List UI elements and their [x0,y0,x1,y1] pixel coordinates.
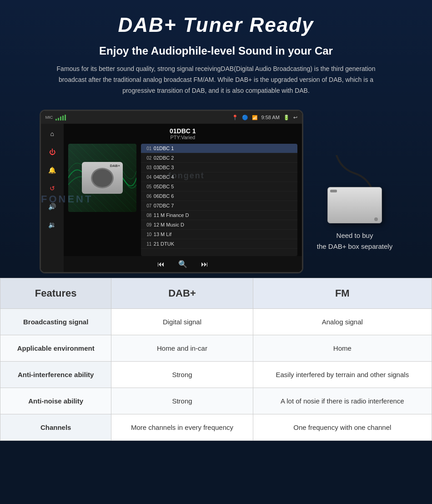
fm-cell: One frequency with one channel [253,414,432,441]
table-row: Channels More channels in every frequenc… [0,414,432,441]
sub-title: Enjoy the Audiophile-level Sound in your… [27,45,405,57]
channel-item[interactable]: 0811 M Finance D [141,211,297,220]
signal-bar-1 [55,119,57,121]
channel-num: 09 [145,222,154,227]
status-bar-right: 📍 🔵 📶 9:58 AM 🔋 ↩ [232,115,297,121]
status-bar-left: MIC [45,114,66,121]
channel-num: 06 [145,194,154,199]
screen-controls: ⏮ 🔍 ⏭ [64,256,302,272]
buy-note-line1: Need to buy [317,230,392,241]
signal-bar-4 [62,116,64,121]
dab-header: DAB+ [111,278,253,309]
channel-num: 04 [145,175,154,180]
signal-bar-3 [60,116,61,121]
search-button[interactable]: 🔍 [178,260,187,268]
battery-icon: 🔋 [283,115,290,121]
channel-item[interactable]: 0202DBC 2 [141,153,297,163]
channel-name: 11 M Finance D [154,212,189,218]
channel-num: 01 [145,146,154,151]
channel-name: 12 M Music D [154,222,184,227]
comparison-table: Features DAB+ FM Broadcasting signal Dig… [0,278,432,441]
channel-item[interactable]: 0101DBC 1 [141,144,297,153]
status-bar: MIC 📍 🔵 📶 9:58 AM [41,111,302,124]
power-icon[interactable]: ⏻ [46,146,59,158]
channel-item[interactable]: 0707DBC 7 [141,201,297,211]
channel-num: 02 [145,156,154,161]
now-playing: 01DBC 1 PTY:Varied [64,124,302,144]
station-name: 01DBC 1 [69,127,296,135]
cable-svg [327,155,382,192]
fm-header: FM [253,278,432,309]
features-header: Features [0,278,111,309]
channel-num: 07 [145,203,154,208]
fm-cell: Analog signal [253,309,432,335]
bell-icon[interactable]: 🔔 [46,164,59,176]
feature-cell: Applicable environment [0,335,111,362]
dab-cell: Home and in-car [111,335,253,362]
fm-cell: Easily interfered by terrain and other s… [253,362,432,388]
channel-name: 02DBC 2 [154,155,174,161]
next-button[interactable]: ⏭ [201,260,208,268]
wifi-icon: 📶 [252,115,257,120]
table-body: Broadcasting signal Digital signal Analo… [0,309,432,441]
feature-cell: Anti-interference ability [0,362,111,388]
undo-icon[interactable]: ↺ [46,182,59,195]
prev-button[interactable]: ⏮ [157,260,165,268]
channel-name: 07DBC 7 [154,203,174,208]
channel-name: 06DBC 6 [154,193,174,199]
feature-cell: Broadcasting signal [0,309,111,335]
channel-num: 03 [145,165,154,170]
channel-item[interactable]: 0912 M Music D [141,220,297,230]
dab-box-area: Need to buy the DAB+ box separately [317,155,392,252]
watermark-text: FONENT [41,193,93,205]
back-icon: ↩ [293,115,297,121]
dab-cell: Strong [111,362,253,388]
dab-box [327,187,382,223]
signal-bar-5 [65,115,66,121]
channel-item[interactable]: 0303DBC 3 [141,163,297,172]
table-row: Anti-noise ability Strong A lot of nosie… [0,388,432,414]
signal-bars [55,114,66,121]
radio-speaker [91,168,114,188]
channel-item[interactable]: 0404DBC 4 [141,172,297,182]
car-screen: MIC 📍 🔵 📶 9:58 AM [40,110,303,273]
screen-time: 9:58 AM [261,115,279,120]
table-row: Broadcasting signal Digital signal Analo… [0,309,432,335]
mic-label: MIC [45,115,53,120]
channel-num: 05 [145,184,154,189]
screen-main: 01DBC 1 PTY:Varied [64,124,302,272]
dab-cell: More channels in every frequency [111,414,253,441]
top-section: DAB+ Tuner Ready Enjoy the Audiophile-le… [0,0,432,264]
channel-name: 05DBC 5 [154,184,174,189]
channel-num: 10 [145,232,154,237]
gps-icon: 📍 [232,115,238,121]
fm-cell: A lot of nosie if there is radio interfe… [253,388,432,414]
channel-item[interactable]: 1121 DTUK [141,239,297,249]
channel-item[interactable]: 1013 M Lif [141,230,297,239]
table-header: Features DAB+ FM [0,278,432,309]
dab-cell: Strong [111,388,253,414]
channel-num: 11 [145,242,154,247]
channel-item[interactable]: 0505DBC 5 [141,182,297,192]
home-icon[interactable]: ⌂ [46,127,59,140]
channel-list: fongent 0101DBC 10202DBC 20303DBC 30404D… [141,144,297,256]
pty-label: PTY:Varied [69,135,296,140]
volume-down-icon[interactable]: 🔉 [46,218,59,231]
channel-name: 21 DTUK [154,241,174,247]
channel-item[interactable]: 0606DBC 6 [141,192,297,201]
channel-name: 03DBC 3 [154,165,174,170]
header-row: Features DAB+ FM [0,278,432,309]
channel-name: 01DBC 1 [154,146,174,151]
bluetooth-icon: 🔵 [242,115,248,121]
signal-bar-2 [58,118,59,121]
main-title: DAB+ Tuner Ready [27,14,405,36]
screen-container: MIC 📍 🔵 📶 9:58 AM [27,110,405,273]
channel-name: 13 M Lif [154,232,171,237]
feature-cell: Anti-noise ability [0,388,111,414]
channel-list-items: 0101DBC 10202DBC 20303DBC 30404DBC 40505… [141,144,297,249]
table-row: Anti-interference ability Strong Easily … [0,362,432,388]
fm-cell: Home [253,335,432,362]
dab-box-connector [330,190,337,192]
description: Famous for its better sound quality, str… [52,64,380,96]
dab-cell: Digital signal [111,309,253,335]
